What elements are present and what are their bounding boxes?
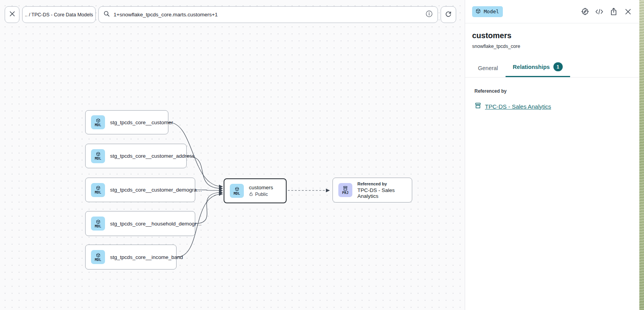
node-label: stg_tpcds_core__customer_demogra… — [110, 187, 202, 193]
refresh-icon — [445, 11, 452, 19]
close-lineage-button[interactable] — [5, 6, 19, 23]
node-label: stg_tpcds_core__income_band — [110, 254, 183, 260]
tab-general-label: General — [478, 65, 498, 71]
refresh-button[interactable] — [441, 6, 456, 23]
code-icon[interactable] — [595, 7, 604, 16]
model-badge-icon: MDL — [91, 149, 105, 163]
node-visibility: Public — [249, 192, 273, 197]
graph-node-source[interactable]: MDLstg_tpcds_core__customer — [85, 110, 168, 134]
canvas-toolbar: .. / TPC-DS - Core Data Models 1+snowfla… — [5, 6, 456, 23]
search-icon — [103, 11, 110, 19]
graph-node-source[interactable]: MDLstg_tpcds_core__income_band — [85, 245, 177, 269]
relationships-count-badge: 1 — [553, 62, 563, 71]
panel-header: Model — [465, 0, 639, 23]
close-icon[interactable] — [624, 7, 632, 16]
reference-row: TPC-DS - Sales Analytics — [474, 102, 632, 111]
node-title: customers — [249, 185, 273, 190]
lock-open-icon — [249, 192, 253, 197]
node-label: stg_tpcds_core__customer_address — [110, 153, 195, 159]
graph-node-reference-project[interactable]: PRJReferenced byTPC-DS - Sales Analytics — [332, 178, 412, 203]
close-icon — [9, 11, 16, 19]
search-value: 1+snowflake_tpcds_core.marts.customers+1 — [114, 12, 422, 18]
info-icon[interactable] — [425, 10, 433, 19]
panel-tabbar: General Relationships 1 — [465, 58, 639, 78]
node-title: TPC-DS - Sales Analytics — [357, 187, 406, 199]
wallpaper-strip — [639, 0, 644, 310]
detail-panel: Model customers snowflake_tpcds_core — [465, 0, 639, 310]
share-icon[interactable] — [609, 7, 618, 16]
project-badge-icon: PRJ — [338, 183, 352, 197]
breadcrumb[interactable]: .. / TPC-DS - Core Data Models — [22, 6, 96, 23]
lineage-edges — [0, 0, 465, 310]
panel-title-block: customers snowflake_tpcds_core — [465, 23, 639, 49]
referenced-by-label: Referenced by — [474, 88, 632, 94]
tab-relationships-label: Relationships — [513, 64, 550, 70]
model-badge-icon: MDL — [91, 183, 105, 197]
model-badge-icon: MDL — [230, 184, 244, 198]
relationships-content: Referenced by TPC-DS - Sales Analytics — [465, 78, 639, 111]
model-badge-icon: MDL — [91, 115, 105, 129]
model-type-label: Model — [484, 9, 499, 14]
node-label: stg_tpcds_core__household_demogr… — [110, 221, 202, 227]
compass-icon[interactable] — [581, 7, 589, 16]
project-icon — [474, 102, 481, 111]
breadcrumb-label: .. / TPC-DS - Core Data Models — [25, 12, 93, 18]
reference-project-link[interactable]: TPC-DS - Sales Analytics — [485, 103, 551, 110]
panel-actions — [581, 7, 632, 16]
node-label: stg_tpcds_core__customer — [110, 120, 173, 125]
model-badge-icon: MDL — [91, 217, 105, 231]
app-window: MDLstg_tpcds_core__customerMDLstg_tpcds_… — [0, 0, 644, 310]
graph-node-source[interactable]: MDLstg_tpcds_core__customer_demogra… — [85, 178, 195, 202]
tab-relationships[interactable]: Relationships 1 — [506, 58, 570, 77]
cube-icon — [475, 8, 481, 15]
lineage-canvas[interactable]: MDLstg_tpcds_core__customerMDLstg_tpcds_… — [0, 0, 465, 310]
search-input[interactable]: 1+snowflake_tpcds_core.marts.customers+1 — [98, 6, 438, 23]
graph-node-source[interactable]: MDLstg_tpcds_core__customer_address — [85, 144, 187, 168]
model-type-badge: Model — [472, 6, 503, 17]
tab-general[interactable]: General — [471, 61, 506, 77]
panel-subtitle: snowflake_tpcds_core — [472, 44, 632, 49]
graph-node-model-customers[interactable]: MDLcustomersPublic — [224, 178, 287, 203]
node-kicker: Referenced by — [357, 181, 406, 186]
graph-node-source[interactable]: MDLstg_tpcds_core__household_demogr… — [85, 211, 195, 236]
panel-title: customers — [472, 31, 632, 40]
model-badge-icon: MDL — [91, 250, 105, 264]
